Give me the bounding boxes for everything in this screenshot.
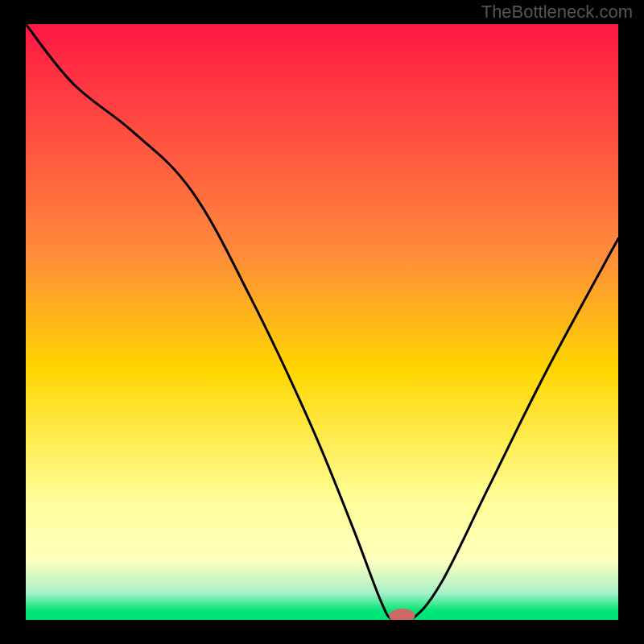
plot-area xyxy=(26,24,618,620)
plot-svg xyxy=(26,24,618,620)
gradient-background xyxy=(26,24,618,620)
watermark-text: TheBottleneck.com xyxy=(481,2,633,23)
chart-frame: TheBottleneck.com xyxy=(0,0,644,644)
